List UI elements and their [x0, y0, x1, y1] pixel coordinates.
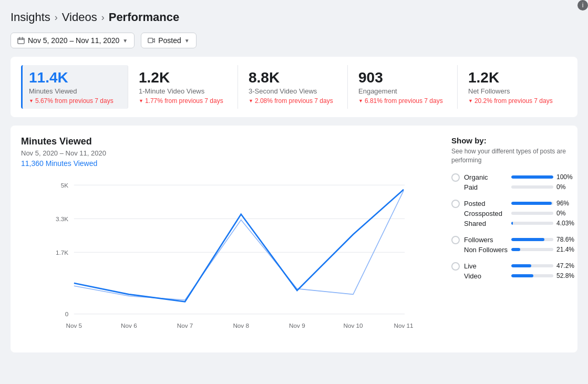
breadcrumb-insights[interactable]: Insights: [11, 11, 50, 24]
video-icon: [148, 37, 155, 44]
posted-label: Posted: [158, 36, 181, 45]
crossposted-pct: 0%: [556, 210, 565, 217]
metric-change-1min: 1.77% from previous 7 days: [139, 97, 227, 105]
metrics-card: 11.4K Minutes Viewed 5.67% from previous…: [11, 57, 577, 117]
paid-label: Paid: [464, 183, 511, 191]
crossposted-label: Crossposted: [464, 210, 511, 217]
show-by-panel: Show by: See how your different types of…: [451, 136, 567, 342]
chart-subtitle-number: 11,360: [21, 159, 44, 168]
show-by-row-crossposted: Crossposted 0%: [464, 210, 574, 217]
show-by-row-organic: Organic 100%: [464, 173, 573, 181]
chart-container: 5K 3.3K 1.7K 0 Nov 5 Nov 6 Nov 7 Nov 8 N…: [21, 174, 441, 342]
svg-text:1.7K: 1.7K: [56, 249, 68, 256]
metric-change-engagement: 6.81% from previous 7 days: [358, 97, 447, 105]
date-range-label: Nov 5, 2020 – Nov 11, 2020: [28, 36, 119, 45]
metric-value-followers: 1.2K: [468, 69, 556, 86]
show-by-title: Show by:: [451, 136, 567, 145]
date-chevron-icon: ▼: [122, 38, 128, 44]
followers-label: Followers: [464, 236, 511, 244]
nonfollowers-label: Non Followers: [464, 246, 511, 254]
show-by-group-followers: Followers 78.6% Non Followers 21.4%: [451, 236, 567, 256]
video-label: Video: [464, 272, 511, 280]
metric-change-followers: 20.2% from previous 7 days: [468, 97, 556, 105]
metric-value-3sec: 8.8K: [249, 69, 337, 86]
posted-filter[interactable]: Posted ▼: [141, 33, 197, 48]
svg-text:Nov 6: Nov 6: [121, 322, 137, 329]
calendar-icon: [17, 37, 25, 44]
metric-3sec-views[interactable]: 8.8K 3-Second Video Views 2.08% from pre…: [238, 65, 348, 109]
chart-title: Minutes Viewed: [21, 136, 106, 147]
show-by-group-posted: Posted 96% Crossposted 0% Shared: [451, 200, 567, 230]
nonfollowers-pct: 21.4%: [556, 246, 574, 253]
metric-net-followers[interactable]: 1.2K Net Followers 20.2% from previous 7…: [458, 65, 567, 109]
show-by-row-nonfollowers: Non Followers 21.4%: [464, 246, 574, 254]
svg-text:3.3K: 3.3K: [56, 215, 68, 222]
svg-text:Nov 8: Nov 8: [233, 322, 249, 329]
show-by-row-shared: Shared 4.03%: [464, 220, 574, 227]
posted-pct: 96%: [556, 200, 569, 207]
radio-followers[interactable]: [451, 236, 460, 244]
svg-text:5K: 5K: [61, 182, 69, 189]
radio-posted[interactable]: [451, 200, 460, 208]
svg-text:Nov 7: Nov 7: [177, 322, 193, 329]
metric-label-1min: 1-Minute Video Views: [139, 87, 227, 95]
organic-label: Organic: [464, 173, 511, 181]
show-by-row-live: Live 47.2%: [464, 262, 574, 270]
breadcrumb-performance: Performance: [109, 11, 180, 24]
show-by-group-organic: Organic 100% Paid 0%: [451, 173, 567, 193]
svg-text:0: 0: [65, 310, 69, 317]
metric-label-minutes: Minutes Viewed: [29, 87, 117, 95]
show-by-group-livevideo: Live 47.2% Video 52.8%: [451, 262, 567, 282]
shared-pct: 4.03%: [556, 220, 574, 227]
metric-label-followers: Net Followers: [468, 87, 556, 95]
chart-date-range: Nov 5, 2020 – Nov 11, 2020: [21, 149, 106, 157]
show-by-description: See how your different types of posts ar…: [451, 147, 567, 165]
metric-change-3sec: 2.08% from previous 7 days: [249, 97, 337, 105]
metric-minutes-viewed[interactable]: 11.4K Minutes Viewed 5.67% from previous…: [21, 65, 128, 109]
metric-value-engagement: 903: [358, 69, 447, 86]
organic-pct: 100%: [556, 173, 573, 181]
paid-pct: 0%: [556, 183, 565, 191]
svg-text:Nov 11: Nov 11: [394, 322, 413, 329]
metric-value-minutes: 11.4K: [29, 69, 117, 86]
chart-info-icon[interactable]: i: [577, 0, 588, 11]
chart-svg: 5K 3.3K 1.7K 0 Nov 5 Nov 6 Nov 7 Nov 8 N…: [21, 174, 441, 342]
breadcrumb-sep1: ›: [55, 12, 58, 23]
radio-organic[interactable]: [451, 173, 460, 182]
chart-subtitle: 11,360 Minutes Viewed: [21, 159, 106, 168]
metric-label-3sec: 3-Second Video Views: [249, 87, 337, 95]
svg-rect-1: [148, 38, 153, 43]
posted-row-label: Posted: [464, 200, 511, 207]
svg-text:Nov 9: Nov 9: [289, 322, 305, 329]
filters-bar: Nov 5, 2020 – Nov 11, 2020 ▼ Posted ▼: [11, 33, 577, 48]
svg-text:Nov 5: Nov 5: [66, 322, 82, 329]
metric-engagement[interactable]: 903 Engagement 6.81% from previous 7 day…: [348, 65, 458, 109]
main-section: Minutes Viewed Nov 5, 2020 – Nov 11, 202…: [11, 126, 577, 352]
date-range-filter[interactable]: Nov 5, 2020 – Nov 11, 2020 ▼: [11, 33, 135, 48]
radio-livevideo[interactable]: [451, 262, 460, 271]
chart-area: Minutes Viewed Nov 5, 2020 – Nov 11, 202…: [21, 136, 441, 342]
breadcrumb-sep2: ›: [101, 12, 105, 23]
shared-label: Shared: [464, 220, 511, 227]
chart-subtitle-label: Minutes Viewed: [46, 159, 98, 168]
svg-text:Nov 10: Nov 10: [343, 322, 363, 329]
posted-chevron-icon: ▼: [184, 38, 190, 44]
followers-pct: 78.6%: [556, 236, 574, 243]
live-pct: 47.2%: [556, 262, 574, 269]
svg-rect-0: [18, 38, 24, 44]
show-by-row-video: Video 52.8%: [464, 272, 574, 280]
show-by-row-followers: Followers 78.6%: [464, 236, 574, 244]
metric-label-engagement: Engagement: [358, 87, 447, 95]
breadcrumb-videos[interactable]: Videos: [62, 11, 97, 24]
show-by-row-posted: Posted 96%: [464, 200, 574, 207]
breadcrumb: Insights › Videos › Performance: [11, 11, 577, 24]
metric-change-minutes: 5.67% from previous 7 days: [29, 97, 117, 105]
show-by-row-paid: Paid 0%: [464, 183, 573, 191]
metric-1min-views[interactable]: 1.2K 1-Minute Video Views 1.77% from pre…: [128, 65, 238, 109]
video-pct: 52.8%: [556, 272, 574, 279]
live-label: Live: [464, 262, 511, 270]
metric-value-1min: 1.2K: [139, 69, 227, 86]
